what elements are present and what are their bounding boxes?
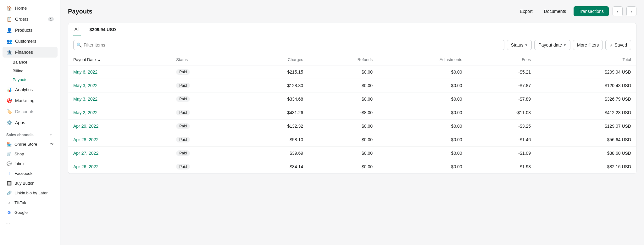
saved-button[interactable]: ★ Saved [605, 40, 631, 50]
tab-total-value: $209.94 USD [90, 27, 116, 32]
sidebar-channel-google[interactable]: G Google [3, 208, 58, 217]
cell-adjustments: $0.00 [378, 106, 467, 120]
table-row: Apr 28, 2022 Paid $58.10 $0.00 $0.00 -$1… [68, 133, 636, 147]
tab-all-label: All [75, 27, 80, 32]
documents-button[interactable]: Documents [540, 7, 570, 16]
sidebar-sub-item-billing[interactable]: Billing [9, 67, 58, 75]
nav-prev-button[interactable]: ‹ [613, 6, 623, 16]
export-button[interactable]: Export [516, 7, 536, 16]
cell-date[interactable]: Apr 27, 2022 [68, 147, 171, 160]
google-icon: G [6, 209, 12, 215]
cell-status: Paid [171, 65, 237, 79]
chevron-right-icon: › [631, 9, 632, 14]
sidebar-channel-buy-button[interactable]: 🔲 Buy Button [3, 178, 58, 188]
cell-date[interactable]: May 2, 2022 [68, 106, 171, 120]
col-status: Status [171, 54, 237, 65]
cell-status: Paid [171, 92, 237, 106]
page-header: Payouts Export Documents Transactions ‹ … [68, 6, 636, 16]
sidebar-item-apps[interactable]: ⚙️ Apps [3, 117, 58, 128]
transactions-button[interactable]: Transactions [574, 6, 609, 16]
cell-status: Paid [171, 79, 237, 92]
cell-date[interactable]: Apr 28, 2022 [68, 133, 171, 147]
sidebar-channel-inbox[interactable]: 💬 Inbox [3, 159, 58, 168]
col-payout-date[interactable]: Payout Date ▲ [68, 54, 171, 65]
cell-charges: $334.68 [237, 92, 308, 106]
sidebar-channel-shop[interactable]: 🛒 Shop [3, 149, 58, 159]
cell-refunds: $0.00 [308, 133, 378, 147]
cell-status: Paid [171, 120, 237, 133]
sidebar-item-label: Discounts [15, 109, 34, 114]
sidebar-sub-item-balance[interactable]: Balance [9, 58, 58, 66]
add-channel-icon[interactable]: + [48, 132, 54, 138]
sidebar-item-discounts: 🏷️ Discounts [3, 106, 58, 117]
sidebar-item-label: Marketing [15, 98, 34, 103]
cell-fees: -$11.03 [467, 106, 536, 120]
cell-fees: -$7.87 [467, 79, 536, 92]
status-filter-button[interactable]: Status ▼ [507, 40, 532, 50]
sidebar-item-finances[interactable]: 🏦 Finances [3, 47, 58, 58]
sales-channels-label: Sales channels [6, 133, 34, 137]
billing-label: Billing [13, 69, 24, 73]
status-badge: Paid [176, 164, 190, 170]
cell-date[interactable]: Apr 26, 2022 [68, 160, 171, 174]
cell-date[interactable]: Apr 29, 2022 [68, 120, 171, 133]
sidebar-item-orders[interactable]: 📋 Orders 1 [3, 14, 58, 25]
table-row: May 3, 2022 Paid $334.68 $0.00 $0.00 -$7… [68, 92, 636, 106]
cell-fees: -$7.89 [467, 92, 536, 106]
search-icon: 🔍 [76, 42, 82, 47]
table-body: May 6, 2022 Paid $215.15 $0.00 $0.00 -$5… [68, 65, 636, 174]
sidebar-item-marketing[interactable]: 🎯 Marketing [3, 95, 58, 106]
channel-label: Buy Button [14, 181, 35, 186]
sidebar-channel-online-store[interactable]: 🏪 Online Store 👁 [3, 139, 58, 149]
status-badge: Paid [176, 83, 190, 88]
cell-fees: -$3.25 [467, 120, 536, 133]
sidebar-item-analytics[interactable]: 📊 Analytics [3, 84, 58, 95]
cell-charges: $128.30 [237, 79, 308, 92]
cell-status: Paid [171, 147, 237, 160]
sidebar-item-home[interactable]: 🏠 Home [3, 3, 58, 14]
cell-fees: -$5.21 [467, 65, 536, 79]
cell-adjustments: $0.00 [378, 92, 467, 106]
sidebar-sub-item-payouts[interactable]: Payouts [9, 75, 58, 84]
cell-date[interactable]: May 3, 2022 [68, 92, 171, 106]
sidebar-channel-facebook[interactable]: f Facebook [3, 169, 58, 178]
payout-date-filter-label: Payout date [538, 42, 562, 47]
sidebar-channel-linkinbio[interactable]: 🔗 Linkin.bio by Later [3, 188, 58, 198]
eye-icon[interactable]: 👁 [50, 142, 54, 146]
cell-adjustments: $0.00 [378, 160, 467, 174]
table-header: Payout Date ▲ Status Charges Refunds [68, 54, 636, 65]
cell-adjustments: $0.00 [378, 120, 467, 133]
cell-refunds: -$8.00 [308, 106, 378, 120]
status-badge: Paid [176, 69, 190, 75]
cell-total: $412.23 USD [536, 106, 636, 120]
cell-charges: $58.10 [237, 133, 308, 147]
search-wrapper: 🔍 [73, 40, 504, 50]
payout-date-filter-button[interactable]: Payout date ▼ [534, 40, 570, 50]
nav-next-button[interactable]: › [626, 6, 636, 16]
marketing-icon: 🎯 [6, 98, 12, 103]
search-input[interactable] [73, 40, 504, 50]
cell-total: $120.43 USD [536, 79, 636, 92]
cell-fees: -$1.46 [467, 133, 536, 147]
sidebar-more[interactable]: ... [0, 217, 60, 227]
cell-date[interactable]: May 3, 2022 [68, 79, 171, 92]
sidebar-item-products[interactable]: 👤 Products [3, 25, 58, 36]
col-total: Total [536, 54, 636, 65]
cell-total: $209.94 USD [536, 65, 636, 79]
tab-all[interactable]: All [73, 23, 81, 36]
cell-date[interactable]: May 6, 2022 [68, 65, 171, 79]
cell-total: $326.79 USD [536, 92, 636, 106]
channel-label: Linkin.bio by Later [14, 191, 48, 195]
facebook-icon: f [6, 170, 12, 176]
more-filters-button[interactable]: More filters [573, 40, 603, 50]
status-badge: Paid [176, 150, 190, 156]
table-row: May 6, 2022 Paid $215.15 $0.00 $0.00 -$5… [68, 65, 636, 79]
analytics-icon: 📊 [6, 87, 12, 92]
payouts-label: Payouts [13, 77, 27, 82]
cell-charges: $431.26 [237, 106, 308, 120]
sidebar-channel-tiktok[interactable]: ♪ TikTok [3, 198, 58, 207]
payout-date-caret-icon: ▼ [563, 43, 566, 47]
status-badge: Paid [176, 96, 190, 102]
payouts-table: Payout Date ▲ Status Charges Refunds [68, 54, 636, 174]
sidebar-item-customers[interactable]: 👥 Customers [3, 36, 58, 47]
